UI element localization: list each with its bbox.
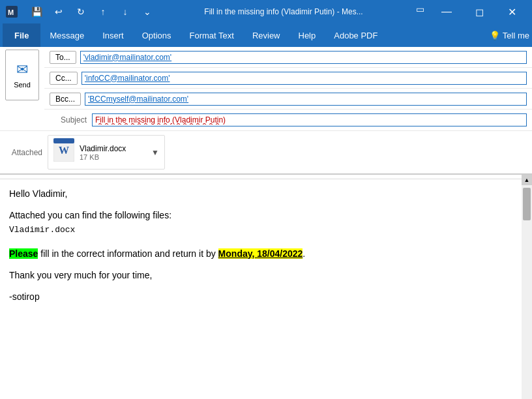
- lightbulb-icon: 💡: [490, 31, 500, 40]
- body-signature: -sotirop: [9, 290, 516, 304]
- send-label: Send: [14, 81, 31, 89]
- menu-file[interactable]: File: [3, 23, 40, 47]
- to-button[interactable]: To...: [50, 51, 76, 64]
- menu-format-text[interactable]: Format Text: [180, 23, 243, 47]
- window-title: Fill in the missing info (Vladimir Putin…: [156, 7, 411, 16]
- menubar: File Message Insert Options Format Text …: [0, 23, 532, 47]
- undo-button[interactable]: ↩: [50, 3, 68, 21]
- down-button[interactable]: ↓: [116, 3, 134, 21]
- attached-label: Attached: [5, 148, 48, 157]
- email-body-container: Hello Vladimir, Attached you can find th…: [0, 173, 532, 399]
- cc-row: Cc...: [44, 68, 532, 89]
- attachment-item[interactable]: W Vladimir.docx 17 KB ▼: [48, 135, 165, 170]
- body-attached-line: Attached you can find the following file…: [9, 209, 516, 222]
- to-input[interactable]: [80, 51, 527, 64]
- header-rows: To... Cc... Bcc... Subject: [44, 47, 532, 130]
- menu-message[interactable]: Message: [40, 23, 93, 47]
- up-button[interactable]: ↑: [94, 3, 112, 21]
- restore2-button[interactable]: ▭: [411, 0, 429, 18]
- attachment-size: 17 KB: [80, 153, 126, 161]
- bcc-input[interactable]: [85, 93, 527, 106]
- svg-text:W: W: [59, 145, 69, 156]
- cc-button[interactable]: Cc...: [50, 72, 78, 85]
- please-highlight: Please: [9, 248, 38, 259]
- menu-options[interactable]: Options: [133, 23, 181, 47]
- subject-label: Subject: [50, 115, 92, 125]
- scroll-up-button[interactable]: ▲: [522, 175, 532, 185]
- minimize-button[interactable]: —: [432, 0, 462, 23]
- app-icon: M: [5, 5, 18, 18]
- menu-insert[interactable]: Insert: [93, 23, 133, 47]
- bcc-button[interactable]: Bcc...: [50, 93, 81, 106]
- scroll-thumb[interactable]: [523, 188, 531, 220]
- send-icon: ✉: [16, 61, 28, 78]
- subject-row: Subject: [44, 110, 532, 130]
- redo-button[interactable]: ↻: [72, 3, 90, 21]
- menu-help[interactable]: Help: [289, 23, 325, 47]
- body-filename: Vladimir.docx: [9, 224, 516, 237]
- close-button[interactable]: ✕: [497, 0, 527, 23]
- body-thankyou: Thank you very much for your time,: [9, 269, 516, 282]
- to-row: To...: [44, 47, 532, 68]
- menu-adobe-pdf[interactable]: Adobe PDF: [325, 23, 387, 47]
- scrollbar[interactable]: ▲ ▼: [522, 175, 532, 399]
- word-icon: W: [53, 138, 74, 166]
- more-button[interactable]: ⌄: [138, 3, 156, 21]
- main-container: ✉ Send To... Cc... Bcc... Subject: [0, 47, 532, 399]
- attachment-row: Attached W Vladimir.docx 17 KB ▼: [0, 130, 532, 173]
- save-titlebar-button[interactable]: 💾: [27, 3, 46, 21]
- attachment-info: Vladimir.docx 17 KB: [80, 144, 126, 161]
- email-body[interactable]: Hello Vladimir, Attached you can find th…: [0, 179, 532, 348]
- titlebar: M 💾 ↩ ↻ ↑ ↓ ⌄ Fill in the missing info (…: [0, 0, 532, 23]
- date-highlight: Monday, 18/04/2022: [218, 248, 303, 259]
- attachment-dropdown-icon[interactable]: ▼: [151, 148, 159, 157]
- menu-review[interactable]: Review: [243, 23, 289, 47]
- restore-button[interactable]: ◻: [464, 0, 494, 23]
- send-button[interactable]: ✉ Send: [5, 50, 39, 100]
- subject-input[interactable]: [92, 113, 527, 126]
- email-header: ✉ Send To... Cc... Bcc... Subject: [0, 47, 532, 130]
- svg-rect-3: [53, 138, 74, 143]
- body-period: .: [303, 248, 305, 259]
- body-please-line: Please fill in the correct information a…: [9, 247, 516, 261]
- window-controls: ▭ — ◻ ✕: [411, 0, 527, 23]
- cc-input[interactable]: [81, 72, 527, 85]
- body-please-text: fill in the correct information and retu…: [38, 248, 218, 259]
- send-column: ✉ Send: [5, 50, 42, 100]
- svg-text:M: M: [8, 8, 14, 16]
- bcc-row: Bcc...: [44, 89, 532, 110]
- tell-me-label: Tell me: [503, 31, 529, 40]
- titlebar-left: M 💾 ↩ ↻ ↑ ↓ ⌄: [5, 3, 156, 21]
- scroll-track: [522, 185, 532, 399]
- body-greeting: Hello Vladimir,: [9, 187, 516, 201]
- tell-me-button[interactable]: 💡 Tell me: [490, 23, 529, 47]
- attachment-name: Vladimir.docx: [80, 144, 126, 153]
